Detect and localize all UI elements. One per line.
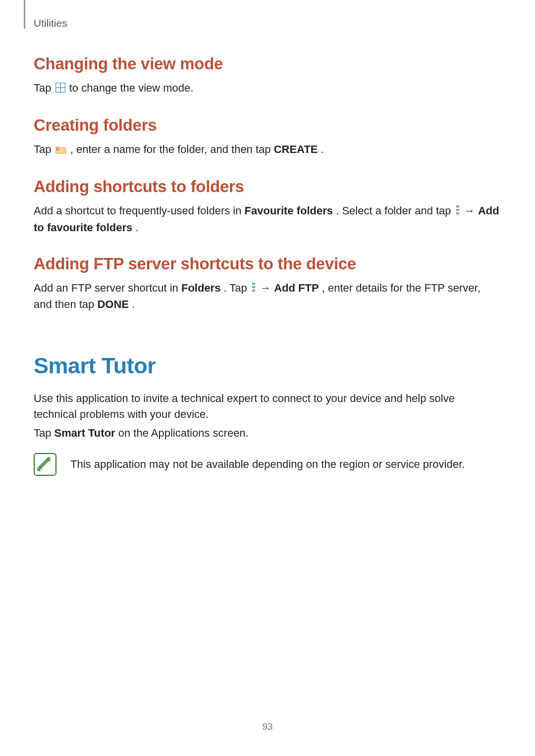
- text: . Select a folder and tap: [336, 204, 454, 217]
- header-divider: [24, 0, 25, 29]
- heading-creating-folders: Creating folders: [34, 116, 499, 135]
- text-bold: DONE: [97, 298, 129, 310]
- note-icon: [34, 453, 56, 476]
- page-number: 93: [0, 721, 535, 732]
- note-text: This application may not be available de…: [70, 456, 465, 472]
- text: Add an FTP server shortcut in: [34, 282, 181, 294]
- arrow: →: [260, 282, 274, 294]
- heading-ftp-shortcuts: Adding FTP server shortcuts to the devic…: [34, 254, 499, 273]
- heading-shortcuts-folders: Adding shortcuts to folders: [34, 177, 499, 196]
- paragraph-ftp-shortcuts: Add an FTP server shortcut in Folders . …: [34, 280, 499, 313]
- paragraph-smart-tutor-tap: Tap Smart Tutor on the Applications scre…: [34, 425, 499, 441]
- text: .: [132, 298, 135, 310]
- svg-rect-9: [252, 283, 255, 285]
- text: Tap: [34, 143, 54, 155]
- text-bold: Smart Tutor: [54, 427, 115, 439]
- text-bold: Favourite folders: [245, 204, 333, 217]
- svg-rect-6: [456, 205, 459, 207]
- text: .: [135, 221, 138, 234]
- text-bold: Add FTP: [274, 282, 319, 294]
- text-bold: Folders: [181, 282, 220, 294]
- more-dots-icon: [455, 204, 460, 220]
- svg-rect-10: [252, 286, 255, 288]
- text: . Tap: [224, 282, 250, 294]
- svg-rect-8: [456, 212, 459, 214]
- text: .: [321, 143, 324, 155]
- page-content: Changing the view mode Tap to change the…: [34, 54, 499, 476]
- paragraph-view-mode: Tap to change the view mode.: [34, 80, 499, 97]
- paragraph-smart-tutor-desc: Use this application to invite a technic…: [34, 391, 499, 422]
- text: Add a shortcut to frequently-used folder…: [34, 204, 245, 217]
- text: , enter a name for the folder, and then …: [70, 143, 274, 155]
- text: to change the view mode.: [69, 82, 194, 94]
- text: Tap: [34, 82, 54, 94]
- heading-view-mode: Changing the view mode: [34, 54, 499, 73]
- svg-rect-7: [456, 209, 459, 211]
- more-dots-icon: [251, 281, 256, 297]
- note-row: This application may not be available de…: [34, 453, 499, 476]
- paragraph-creating-folders: Tap , enter a name for the folder, and t…: [34, 142, 499, 158]
- text-bold: CREATE: [274, 143, 318, 155]
- folder-plus-icon: [55, 143, 66, 158]
- svg-rect-11: [252, 290, 255, 292]
- arrow: →: [464, 204, 478, 217]
- text: Tap: [34, 427, 54, 439]
- heading-smart-tutor: Smart Tutor: [34, 353, 499, 379]
- header-section: Utilities: [34, 17, 67, 29]
- paragraph-shortcuts-folders: Add a shortcut to frequently-used folder…: [34, 203, 499, 236]
- text: on the Applications screen.: [118, 427, 249, 439]
- grid-icon: [55, 81, 65, 97]
